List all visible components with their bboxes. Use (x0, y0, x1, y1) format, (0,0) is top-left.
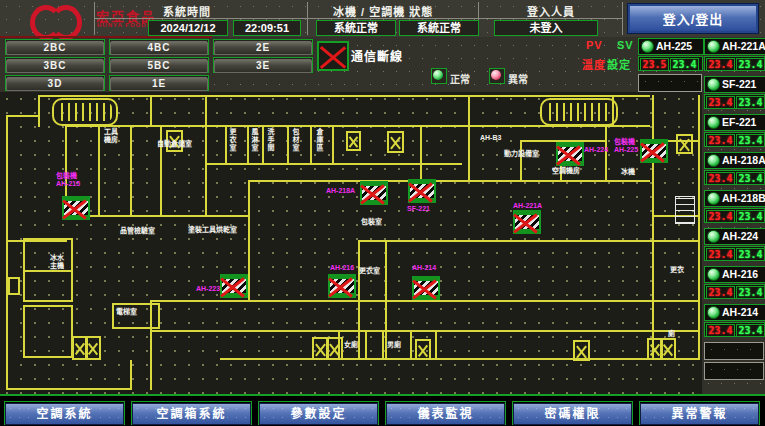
floor-button-4BC[interactable]: 4BC (109, 39, 209, 55)
wall-segment (130, 360, 132, 390)
unit-values-SF-221: 23.423.4 (704, 94, 765, 109)
room-label: 塗裝工具烘乾室 (188, 226, 246, 234)
unit-values-AH-218B: 23.423.4 (704, 208, 765, 223)
nav-button-4[interactable]: 儀表監視 (385, 401, 506, 425)
equipment-offline-icon[interactable] (328, 274, 356, 298)
room-label: 工具 機房 (104, 128, 118, 144)
room-outline (8, 277, 20, 295)
nav-button-5[interactable]: 密碼權限 (512, 401, 633, 425)
unit-name: AH-224 (722, 230, 758, 242)
wall-segment (38, 95, 650, 97)
window-icon (675, 196, 695, 224)
room-label: 女廁 (344, 341, 358, 349)
unit-AH-214[interactable]: AH-214 (704, 304, 765, 321)
equipment-offline-icon[interactable] (220, 274, 248, 298)
room-label: 空調機房 (552, 167, 580, 175)
wall-segment (220, 358, 657, 360)
wall-segment (98, 125, 100, 217)
equipment-offline-icon[interactable] (412, 276, 440, 300)
floor-button-2E[interactable]: 2E (213, 39, 313, 55)
equipment-offline-icon[interactable] (640, 139, 668, 163)
floor-button-1E[interactable]: 1E (109, 75, 209, 91)
unit-AH-216[interactable]: AH-216 (704, 266, 765, 283)
room-label: 冰水 主機 (50, 254, 64, 270)
equipment-tag-label: SF-221 (407, 205, 430, 213)
nav-button-2[interactable]: 空調箱系統 (131, 401, 252, 425)
wall-segment (435, 330, 437, 360)
floor-button-2BC[interactable]: 2BC (5, 39, 105, 55)
sv-value: 23.4 (736, 134, 765, 147)
login-logout-button[interactable]: 登入/登出 (628, 4, 758, 33)
wall-segment (358, 240, 360, 360)
room-label: 品管檢驗室 (120, 227, 155, 235)
nav-button-6[interactable]: 異常警報 (639, 401, 760, 425)
pv-value: 23.4 (706, 324, 735, 337)
empty-unit-slot (704, 342, 764, 360)
bottom-nav-bar: 空調系統空調箱系統參數設定儀表監視密碼權限異常警報 (0, 394, 765, 426)
unit-SF-221[interactable]: SF-221 (704, 76, 765, 93)
equipment-offline-icon[interactable] (513, 210, 541, 234)
floor-button-3D[interactable]: 3D (5, 75, 105, 91)
comm-disconnected-icon (317, 41, 349, 71)
unit-AH-218B[interactable]: AH-218B (704, 190, 765, 207)
floor-button-5BC[interactable]: 5BC (109, 57, 209, 73)
wall-segment (248, 180, 250, 302)
sv-value: 23.4 (670, 58, 699, 71)
equipment-tag-label: AH-223 (196, 285, 220, 293)
wall-segment (382, 330, 384, 360)
equipment-offline-icon[interactable] (360, 181, 388, 205)
room-label: 自動倉儲室 (157, 140, 192, 148)
unit-name: AH-225 (656, 40, 692, 52)
wall-segment (698, 95, 700, 360)
unit-status-led (707, 116, 720, 129)
nav-button-3[interactable]: 參數設定 (258, 401, 379, 425)
wall-segment (652, 240, 700, 242)
topbar-divider (0, 36, 212, 38)
unit-values-AH-214: 23.423.4 (704, 322, 765, 337)
wall-segment (160, 125, 162, 217)
unit-AH-224[interactable]: AH-224 (704, 228, 765, 245)
wall-segment (385, 240, 655, 242)
legend-abnormal-label: 異常 (508, 71, 528, 86)
wall-segment (420, 125, 422, 182)
pv-value: 23.4 (706, 210, 735, 223)
wall-segment (150, 330, 655, 332)
unit-AH-218A[interactable]: AH-218A (704, 152, 765, 169)
hmi-screen: 宏亞食品 HUNYA FOODS 系統時間 2024/12/12 22:09:5… (0, 0, 765, 426)
room-label: 風淋室 (250, 128, 259, 152)
room-label: 電梯室 (116, 308, 137, 316)
nav-button-1[interactable]: 空調系統 (4, 401, 125, 425)
pv-header-label: PV (586, 39, 603, 51)
wall-segment (652, 300, 700, 302)
floor-button-3BC[interactable]: 3BC (5, 57, 105, 73)
system-time-label: 系統時間 (163, 3, 211, 19)
room-label: 冰機 (621, 168, 635, 176)
room-label: 廁 (668, 330, 675, 338)
sv-value: 23.4 (736, 172, 765, 185)
room-label: 洗手間 (266, 128, 275, 152)
wall-segment (205, 125, 207, 217)
wall-segment (6, 388, 132, 390)
unit-AH-225[interactable]: AH-225 (638, 38, 704, 55)
floor-button-3E[interactable]: 3E (213, 57, 313, 73)
unit-EF-221[interactable]: EF-221 (704, 114, 765, 131)
sv-value: 23.4 (736, 58, 765, 71)
system-date-value: 2024/12/12 (148, 20, 228, 36)
shaft-x-icon (573, 340, 590, 361)
room-label: 更衣室 (228, 128, 237, 152)
login-user-label: 登入人員 (527, 3, 575, 19)
equipment-offline-icon[interactable] (408, 179, 436, 203)
room-label: 更衣室 (359, 267, 380, 275)
equipment-offline-icon[interactable] (556, 142, 584, 166)
room-label: 動力設備室 (504, 150, 539, 158)
wall-segment (247, 125, 249, 165)
equipment-tag-label: 包裝機 AH-225 (614, 138, 638, 154)
system-time-value: 22:09:51 (233, 20, 301, 36)
wall-segment (65, 215, 250, 217)
room-outline (23, 305, 73, 358)
unit-status-led (707, 306, 720, 319)
equipment-tag-label: 包裝機 AH-215 (56, 172, 80, 188)
room-label: 更衣 (670, 266, 684, 274)
equipment-offline-icon[interactable] (62, 196, 90, 220)
unit-AH-221A[interactable]: AH-221A (704, 38, 765, 55)
